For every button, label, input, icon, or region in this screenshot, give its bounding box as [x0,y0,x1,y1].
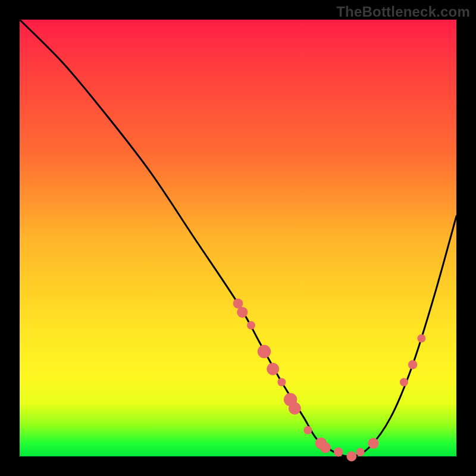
curve-marker [267,363,279,375]
curve-marker [247,321,255,330]
curve-marker [346,452,356,462]
watermark-text: TheBottleneck.com [336,4,470,20]
curve-marker [334,447,343,456]
curve-marker [356,448,365,456]
curve-marker [277,378,286,386]
chart-frame: TheBottleneck.com [0,0,476,476]
plot-area [20,20,456,456]
curve-markers [233,299,426,462]
curve-marker [368,438,378,449]
curve-marker [400,378,408,386]
curve-marker [289,402,301,415]
curve-marker [258,345,271,358]
curve-marker [303,426,312,434]
curve-marker [417,334,425,343]
curve-marker [320,442,331,453]
bottleneck-curve [20,20,456,456]
curve-layer [20,20,456,456]
curve-marker [408,360,417,369]
curve-marker [237,307,248,318]
